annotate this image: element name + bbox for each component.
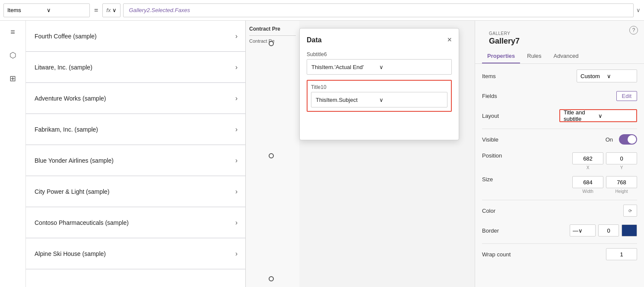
components-icon[interactable]: ⊞	[7, 71, 19, 86]
gallery-list: Fourth Coffee (sample) › Litware, Inc. (…	[26, 21, 246, 287]
gallery-item-text-6: Contoso Pharmaceuticals (sample)	[35, 219, 129, 226]
prop-fields-row: Fields Edit	[482, 89, 637, 103]
prop-wrap-row: Wrap count	[482, 247, 637, 261]
prop-border-label: Border	[482, 227, 517, 234]
prop-items-row: Items Custom ∨	[482, 69, 637, 83]
data-panel-header: Data ×	[307, 35, 452, 44]
size-h-input[interactable]	[606, 176, 637, 188]
data-panel-title: Data	[307, 36, 322, 44]
formula-bar[interactable]: Gallery2.Selected.Faxes	[123, 3, 634, 17]
prop-size-label: Size	[482, 176, 517, 183]
gallery-item-text-7: Alpine Ski House (sample)	[35, 250, 106, 257]
size-input-group	[572, 176, 637, 188]
subtitle-field-value: ThisItem.'Actual End'	[311, 64, 379, 70]
gallery-item-chevron-5: ›	[235, 188, 238, 196]
prop-layout-dropdown[interactable]: Title and subtitle ∨	[559, 109, 637, 122]
border-line-dropdown[interactable]: — ∨	[570, 224, 596, 237]
help-icon[interactable]: ?	[629, 26, 638, 35]
items-dropdown-label: Items	[7, 7, 47, 13]
gallery-item-chevron-1: ›	[235, 63, 238, 71]
prop-size-inputs: Width Height	[572, 176, 637, 194]
resize-handle-top[interactable]	[269, 41, 274, 46]
prop-color-label: Color	[482, 208, 517, 214]
menu-icon[interactable]: ≡	[8, 25, 18, 39]
visible-toggle[interactable]	[619, 134, 637, 145]
prop-position-inputs: X Y	[572, 152, 637, 170]
prop-color-row: Color ⟳	[482, 204, 637, 218]
border-color-swatch[interactable]	[622, 224, 637, 237]
right-panel-body: Items Custom ∨ Fields Edit Layout Title …	[475, 64, 644, 272]
items-dropdown[interactable]: Items ∨	[3, 3, 90, 17]
border-line-style: —	[573, 227, 578, 234]
gallery-item-text-3: Fabrikam, Inc. (sample)	[35, 126, 98, 133]
right-panel-tabs: Properties Rules Advanced	[475, 49, 644, 64]
gallery-item-7[interactable]: Alpine Ski House (sample) ›	[26, 238, 246, 269]
prop-visible-label: Visible	[482, 136, 517, 143]
title-field-group-focused: Title10 ThisItem.Subject ∨	[307, 80, 452, 112]
tab-advanced[interactable]: Advanced	[549, 49, 584, 63]
subtitle-field-group: Subtitle6 ThisItem.'Actual End' ∨	[307, 51, 452, 75]
data-panel-close-button[interactable]: ×	[447, 35, 452, 44]
prop-border-row: Border — ∨	[482, 224, 637, 237]
prop-fields-label: Fields	[482, 93, 517, 99]
prop-layout-value: Title and subtitle	[564, 109, 598, 122]
prop-items-chevron: ∨	[607, 73, 633, 79]
divider-3	[482, 243, 637, 244]
gallery-item-6[interactable]: Contoso Pharmaceuticals (sample) ›	[26, 207, 246, 238]
prop-layout-row: Layout Title and subtitle ∨	[482, 109, 637, 123]
contract-title: Contract Pre	[249, 26, 296, 32]
pos-input-group	[572, 152, 637, 164]
subtitle-field-dropdown[interactable]: ThisItem.'Actual End' ∨	[307, 59, 452, 75]
fx-label: fx	[106, 7, 111, 13]
tab-properties[interactable]: Properties	[482, 49, 520, 63]
equals-sign: =	[92, 6, 100, 14]
gallery-label: GALLERY	[482, 26, 637, 36]
prop-items-value: Custom	[581, 73, 607, 79]
gallery-item-0[interactable]: Fourth Coffee (sample) ›	[26, 21, 246, 52]
left-sidebar: ≡ ⬡ ⊞	[0, 21, 26, 287]
gallery-item-4[interactable]: Blue Yonder Airlines (sample) ›	[26, 145, 246, 176]
toggle-knob	[628, 135, 636, 144]
border-controls: — ∨	[570, 224, 637, 237]
prop-position-label: Position	[482, 152, 517, 159]
layers-icon[interactable]: ⬡	[7, 48, 19, 63]
pos-x-input[interactable]	[572, 152, 603, 164]
resize-handle-mid[interactable]	[269, 153, 274, 158]
gallery-item-2[interactable]: Adventure Works (sample) ›	[26, 83, 246, 114]
items-dropdown-chevron: ∨	[47, 7, 86, 13]
gallery-item-text-2: Adventure Works (sample)	[35, 95, 106, 102]
prop-visible-row: Visible On	[482, 132, 637, 146]
gallery-item-chevron-0: ›	[235, 32, 238, 40]
right-panel: GALLERY Gallery7 ? Properties Rules Adva…	[475, 21, 644, 287]
prop-items-dropdown[interactable]: Custom ∨	[577, 69, 637, 82]
border-line-chevron: ∨	[578, 227, 583, 234]
gallery-item-text-0: Fourth Coffee (sample)	[35, 33, 97, 40]
pos-y-input[interactable]	[606, 152, 637, 164]
prop-items-label: Items	[482, 73, 517, 79]
gallery-item-5[interactable]: City Power & Light (sample) ›	[26, 176, 246, 207]
pos-y-label: Y	[606, 165, 637, 170]
pos-x-label: X	[572, 165, 603, 170]
size-h-label: Height	[606, 189, 637, 194]
fx-chevron: ∨	[112, 7, 117, 13]
prop-layout-chevron: ∨	[598, 113, 633, 119]
edit-fields-button[interactable]: Edit	[616, 91, 637, 101]
color-swatch-icon: ⟳	[628, 208, 632, 213]
gallery-name: Gallery7	[482, 36, 637, 49]
size-w-input[interactable]	[572, 176, 603, 188]
gallery-item-chevron-2: ›	[235, 95, 238, 102]
fx-button[interactable]: fx ∨	[102, 3, 121, 17]
color-swatch[interactable]: ⟳	[623, 205, 637, 217]
wrap-count-input[interactable]	[606, 248, 637, 260]
title-field-dropdown[interactable]: ThisItem.Subject ∨	[311, 92, 447, 107]
title-dropdown-chevron: ∨	[379, 97, 443, 103]
divider-2	[482, 200, 637, 200]
resize-handle-bottom[interactable]	[269, 276, 274, 281]
gallery-item-1[interactable]: Litware, Inc. (sample) ›	[26, 52, 246, 83]
gallery-item-text-1: Litware, Inc. (sample)	[35, 64, 92, 71]
gallery-item-3[interactable]: Fabrikam, Inc. (sample) ›	[26, 114, 246, 145]
tab-rules[interactable]: Rules	[522, 49, 546, 63]
prop-visible-control: On	[606, 134, 637, 145]
border-width-input[interactable]	[598, 224, 619, 237]
title-field-label: Title10	[311, 84, 447, 90]
